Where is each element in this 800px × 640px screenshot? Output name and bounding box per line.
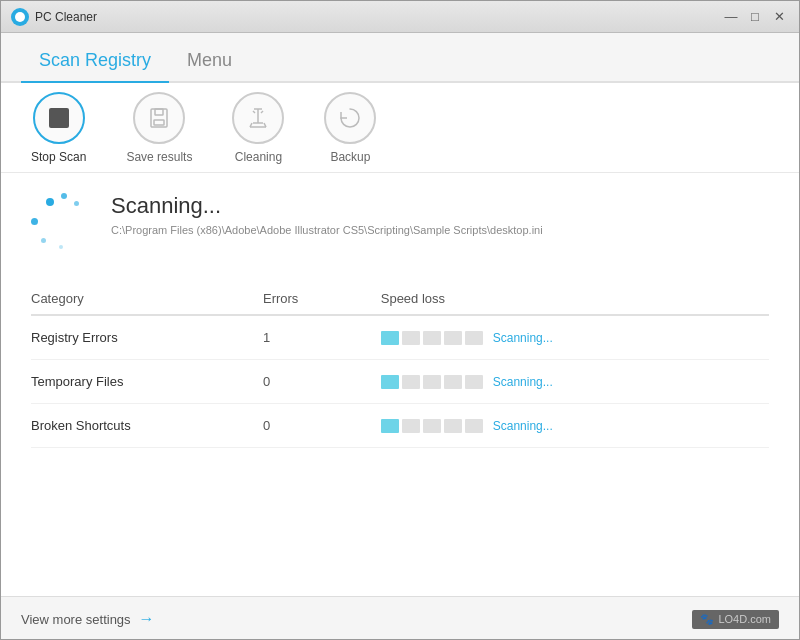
speed-loss-cell: Scanning...	[361, 315, 769, 360]
speed-block-2	[402, 331, 420, 345]
col-errors: Errors	[243, 283, 361, 315]
save-results-button[interactable]: Save results	[126, 92, 192, 164]
minimize-button[interactable]: —	[721, 7, 741, 27]
window-controls: — □ ✕	[721, 7, 789, 27]
speed-block-5	[465, 331, 483, 345]
spinner-dot-4	[31, 218, 38, 225]
spinner-dot-2	[61, 193, 67, 199]
table-row: Temporary Files 0 Scanning...	[31, 360, 769, 404]
col-category: Category	[31, 283, 243, 315]
footer-link-text: View more settings	[21, 612, 131, 627]
stop-scan-icon-circle	[33, 92, 85, 144]
scan-table: Category Errors Speed loss Registry Erro…	[31, 283, 769, 448]
speed-block-4	[444, 331, 462, 345]
save-results-label: Save results	[126, 150, 192, 164]
col-speed-loss: Speed loss	[361, 283, 769, 315]
scanning-text: Scanning... C:\Program Files (x86)\Adobe…	[111, 193, 543, 236]
scanning-path: C:\Program Files (x86)\Adobe\Adobe Illus…	[111, 224, 543, 236]
save-results-icon-circle	[133, 92, 185, 144]
stop-scan-label: Stop Scan	[31, 150, 86, 164]
speed-block-5	[465, 375, 483, 389]
speed-blocks	[381, 331, 483, 345]
speed-block-5	[465, 419, 483, 433]
table-row: Registry Errors 1 Scanning...	[31, 315, 769, 360]
cleaning-button[interactable]: Cleaning	[232, 92, 284, 164]
backup-label: Backup	[330, 150, 370, 164]
speed-blocks	[381, 375, 483, 389]
errors-cell: 1	[243, 315, 361, 360]
cleaning-icon-circle	[232, 92, 284, 144]
toolbar: Stop Scan Save results	[1, 83, 799, 173]
speed-blocks	[381, 419, 483, 433]
speed-block-2	[402, 419, 420, 433]
speed-block-4	[444, 419, 462, 433]
speed-block-1	[381, 375, 399, 389]
scanning-title: Scanning...	[111, 193, 543, 219]
content-area: Scanning... C:\Program Files (x86)\Adobe…	[1, 173, 799, 596]
table-row: Broken Shortcuts 0 Scanning...	[31, 404, 769, 448]
tab-menu[interactable]: Menu	[169, 42, 250, 81]
speed-block-1	[381, 331, 399, 345]
spinner-dot-3	[74, 201, 79, 206]
speed-block-3	[423, 419, 441, 433]
watermark: 🐾 LO4D.com	[692, 610, 779, 629]
footer: View more settings → 🐾 LO4D.com	[1, 596, 799, 640]
speed-block-3	[423, 331, 441, 345]
speed-loss-indicator: Scanning...	[381, 375, 769, 389]
errors-cell: 0	[243, 360, 361, 404]
spinner	[31, 193, 91, 253]
spinner-dot-5	[41, 238, 46, 243]
stop-icon	[49, 108, 69, 128]
svg-point-0	[15, 12, 25, 22]
speed-block-4	[444, 375, 462, 389]
svg-rect-2	[155, 109, 163, 115]
spinner-dot-1	[46, 198, 54, 206]
speed-loss-cell: Scanning...	[361, 404, 769, 448]
svg-rect-3	[154, 120, 164, 125]
errors-cell: 0	[243, 404, 361, 448]
backup-icon-circle	[324, 92, 376, 144]
speed-loss-indicator: Scanning...	[381, 331, 769, 345]
speed-loss-cell: Scanning...	[361, 360, 769, 404]
app-title: PC Cleaner	[35, 10, 721, 24]
arrow-right-icon: →	[139, 610, 155, 628]
speed-block-2	[402, 375, 420, 389]
maximize-button[interactable]: □	[745, 7, 765, 27]
svg-line-12	[261, 111, 263, 113]
speed-loss-indicator: Scanning...	[381, 419, 769, 433]
category-cell: Registry Errors	[31, 315, 243, 360]
cleaning-label: Cleaning	[235, 150, 282, 164]
table-header-row: Category Errors Speed loss	[31, 283, 769, 315]
speed-scanning-label: Scanning...	[493, 331, 553, 345]
watermark-icon: 🐾	[700, 613, 714, 626]
category-cell: Temporary Files	[31, 360, 243, 404]
category-cell: Broken Shortcuts	[31, 404, 243, 448]
speed-scanning-label: Scanning...	[493, 375, 553, 389]
tab-scan-registry[interactable]: Scan Registry	[21, 42, 169, 81]
watermark-text: LO4D.com	[718, 613, 771, 625]
speed-block-1	[381, 419, 399, 433]
speed-block-3	[423, 375, 441, 389]
title-bar: PC Cleaner — □ ✕	[1, 1, 799, 33]
nav-bar: Scan Registry Menu	[1, 33, 799, 83]
view-more-settings-link[interactable]: View more settings →	[21, 610, 155, 628]
spinner-dot-6	[59, 245, 63, 249]
app-icon	[11, 8, 29, 26]
backup-button[interactable]: Backup	[324, 92, 376, 164]
svg-line-11	[253, 111, 255, 113]
scanning-status: Scanning... C:\Program Files (x86)\Adobe…	[31, 193, 769, 253]
close-button[interactable]: ✕	[769, 7, 789, 27]
speed-scanning-label: Scanning...	[493, 419, 553, 433]
stop-scan-button[interactable]: Stop Scan	[31, 92, 86, 164]
